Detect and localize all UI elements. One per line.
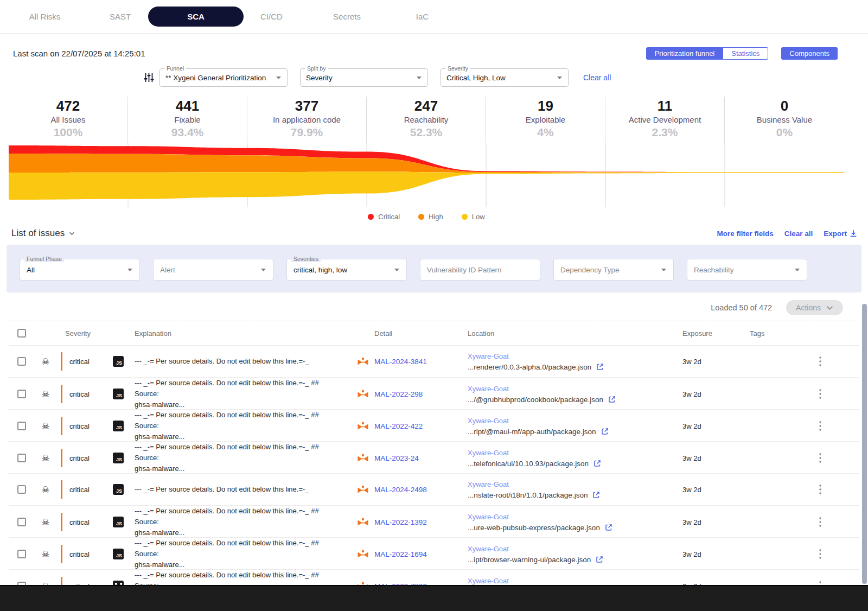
row-checkbox[interactable] (17, 518, 26, 526)
severity-cell: critical (55, 480, 105, 499)
detail-cell: MAL-2022-422 (346, 422, 461, 431)
external-link-icon[interactable] (608, 396, 616, 403)
row-menu-button[interactable] (812, 453, 859, 463)
repo-link[interactable]: Xyware-Goat (468, 385, 676, 393)
row-checkbox-cell (9, 422, 36, 430)
dependency-type-select[interactable]: Dependency Type (553, 259, 674, 281)
row-checkbox[interactable] (17, 550, 26, 558)
repo-link[interactable]: Xyware-Goat (468, 449, 676, 457)
issues-clear-all-link[interactable]: Clear all (784, 230, 813, 238)
external-link-icon[interactable] (592, 491, 600, 499)
severity-select[interactable]: SeverityCritical, High, Low (441, 68, 569, 87)
row-menu-button[interactable] (812, 421, 859, 431)
row-menu-button[interactable] (812, 357, 859, 366)
row-menu-button[interactable] (812, 389, 859, 399)
select-all-checkbox[interactable] (17, 329, 26, 338)
external-link-icon[interactable] (605, 524, 612, 531)
issue-row[interactable]: ☠criticalJS--- _-= Per source details. D… (9, 442, 859, 474)
prioritization-funnel-button[interactable]: Prioritization funnel (646, 47, 724, 60)
vulnerability-id-link[interactable]: MAL-2023-24 (374, 454, 419, 462)
kebab-menu-icon[interactable] (819, 453, 821, 463)
tab-sast[interactable]: SAST (82, 7, 158, 27)
severity-bar (61, 417, 62, 435)
detail-cell: MAL-2022-1392 (346, 518, 461, 527)
repo-link[interactable]: Xyware-Goat (468, 577, 676, 585)
scrollbar-thumb[interactable] (862, 304, 867, 584)
repo-link[interactable]: Xyware-Goat (468, 545, 676, 553)
kebab-menu-icon[interactable] (819, 421, 821, 431)
vulnerability-id-link[interactable]: MAL-2024-2498 (374, 486, 427, 494)
components-button[interactable]: Components (781, 47, 838, 60)
row-checkbox[interactable] (17, 422, 26, 430)
funnel-chart (9, 143, 844, 209)
row-checkbox[interactable] (17, 454, 26, 462)
kebab-menu-icon[interactable] (819, 549, 821, 559)
view-buttons: Prioritization funnelStatistics Componen… (646, 47, 838, 60)
exposure-value: 3w 2d (676, 422, 746, 430)
badge-cell: JS (105, 389, 129, 399)
row-menu-button[interactable] (812, 517, 859, 527)
issue-row[interactable]: ☠criticalJS--- _-= Per source details. D… (9, 410, 859, 442)
tab-ci-cd[interactable]: CI/CD (234, 7, 309, 27)
row-checkbox[interactable] (17, 485, 26, 494)
statistics-button[interactable]: Statistics (723, 47, 768, 60)
external-link-icon[interactable] (596, 363, 604, 371)
kebab-menu-icon[interactable] (819, 357, 821, 366)
repo-link[interactable]: Xyware-Goat (468, 513, 676, 521)
alert-select[interactable]: Alert (153, 259, 273, 281)
external-link-icon[interactable] (601, 428, 609, 435)
issues-title[interactable]: List of issues (11, 228, 75, 239)
kebab-menu-icon[interactable] (819, 389, 821, 399)
kebab-menu-icon[interactable] (819, 485, 821, 494)
repo-link[interactable]: Xyware-Goat (468, 352, 676, 360)
funnel-phase-select[interactable]: Funnel PhaseAll (20, 259, 140, 281)
issue-row[interactable]: ☠criticalJS--- _-= Per source details. D… (9, 378, 859, 410)
funnel-clear-all-link[interactable]: Clear all (583, 73, 611, 82)
legend-item-low[interactable]: Low (462, 213, 485, 221)
funnel-select[interactable]: Funnel** Xygeni General Prioritization (159, 68, 288, 87)
external-link-icon[interactable] (593, 460, 601, 467)
issue-row[interactable]: ☠criticalJS--- _-= Per source details. D… (9, 506, 859, 538)
file-path: ...ure-web-pubsub-express/package.json (468, 524, 600, 532)
issue-row[interactable]: ☠criticalJS--- _-= Per source details. D… (9, 538, 859, 570)
vulnerability-id-link[interactable]: MAL-2022-298 (374, 390, 423, 398)
legend-item-critical[interactable]: Critical (368, 213, 400, 221)
tune-icon[interactable] (143, 72, 154, 83)
column-explanation: Explanation (129, 329, 346, 338)
funnel-stage-reachability: 247Reachability52.3% (367, 97, 486, 143)
vulnerability-id-link[interactable]: MAL-2024-3841 (374, 358, 427, 366)
issue-row[interactable]: ☠criticalJS--- _-= Per source details. D… (9, 346, 859, 378)
kebab-menu-icon[interactable] (819, 517, 821, 527)
vulnerability-id-pattern-input[interactable]: Vulnerability ID Pattern (420, 259, 540, 281)
tab-secrets[interactable]: Secrets (309, 7, 385, 27)
export-link[interactable]: Export (824, 230, 857, 238)
header-checkbox-cell (9, 329, 36, 338)
row-checkbox[interactable] (17, 357, 26, 366)
repo-link[interactable]: Xyware-Goat (468, 480, 676, 488)
issue-row[interactable]: ☠criticalJS--- _-= Per source details. D… (9, 474, 859, 506)
reachability-select[interactable]: Reachability (687, 259, 807, 281)
javascript-badge-icon: JS (113, 453, 124, 463)
row-menu-button[interactable] (812, 549, 859, 559)
vulnerability-id-link[interactable]: MAL-2022-1694 (374, 550, 427, 558)
stage-label: Reachability (367, 114, 486, 125)
tab-all-risks[interactable]: All Risks (7, 7, 82, 27)
external-link-icon[interactable] (596, 556, 603, 563)
row-menu-button[interactable] (812, 485, 859, 494)
field-value: critical, high, low (293, 266, 394, 274)
split-by-select[interactable]: Split bySeverity (300, 68, 428, 87)
row-checkbox-cell (9, 357, 36, 366)
more-filter-fields-link[interactable]: More filter fields (717, 230, 773, 238)
tab-sca[interactable]: SCA (148, 7, 244, 27)
legend-dot-icon (368, 214, 374, 220)
severities-select[interactable]: Severitiescritical, high, low (286, 259, 407, 281)
row-checkbox[interactable] (17, 390, 26, 398)
legend-item-high[interactable]: High (418, 213, 443, 221)
actions-button[interactable]: Actions (786, 300, 843, 315)
stage-label: Business Value (725, 114, 844, 125)
severity-cell: critical (55, 352, 105, 371)
tab-iac[interactable]: IaC (385, 7, 460, 27)
vulnerability-id-link[interactable]: MAL-2022-422 (374, 422, 423, 430)
vulnerability-id-link[interactable]: MAL-2022-1392 (374, 518, 427, 526)
repo-link[interactable]: Xyware-Goat (468, 417, 676, 425)
